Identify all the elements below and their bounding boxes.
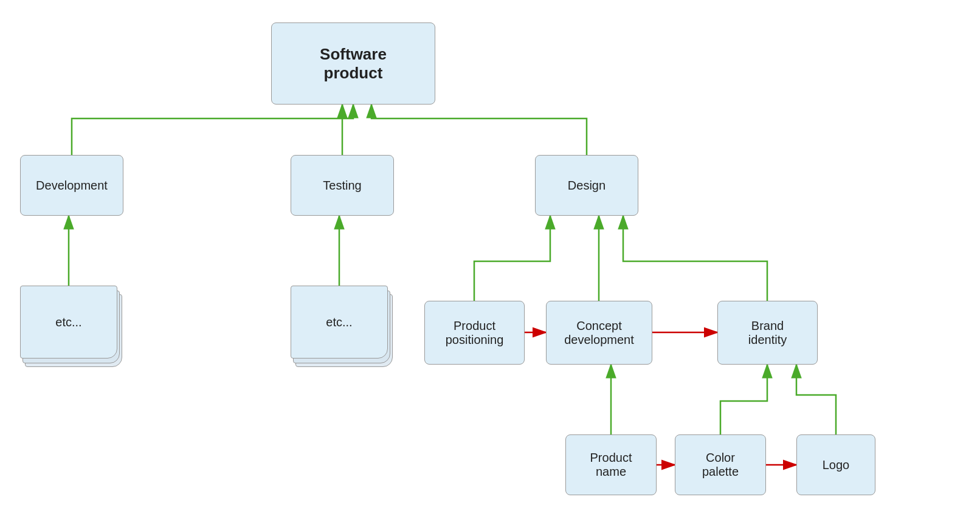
product-name-node: Product name	[565, 434, 657, 495]
software-product-node: Software product	[271, 22, 435, 105]
concept-development-node: Concept development	[546, 301, 652, 365]
testing-node: Testing	[291, 155, 394, 216]
product-positioning-node: Product positioning	[424, 301, 525, 365]
doc-layer-top: etc...	[20, 286, 117, 359]
design-node: Design	[535, 155, 638, 216]
development-etc-stack: etc...	[20, 286, 122, 367]
diagram: Software product Development Testing Des…	[0, 0, 980, 525]
color-palette-node: Color palette	[675, 434, 766, 495]
testing-etc-stack: etc...	[291, 286, 393, 367]
logo-node: Logo	[796, 434, 875, 495]
brand-identity-node: Brand identity	[717, 301, 818, 365]
doc-layer-top: etc...	[291, 286, 388, 359]
development-node: Development	[20, 155, 123, 216]
